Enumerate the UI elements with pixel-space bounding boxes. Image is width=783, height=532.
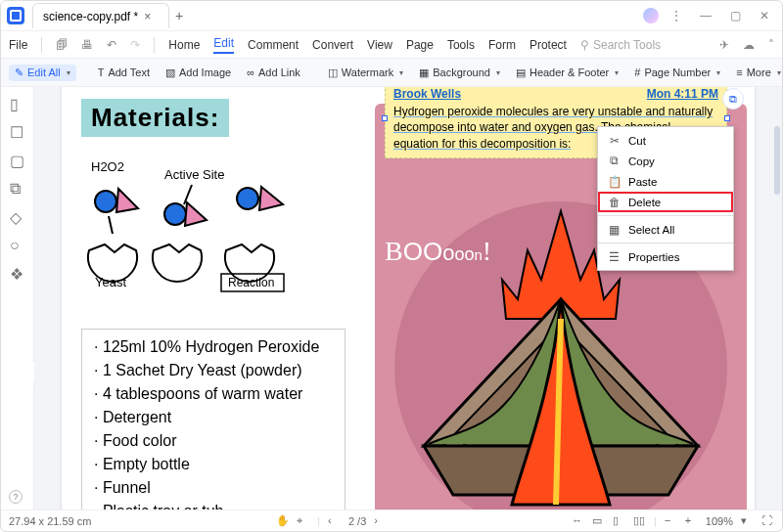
- list-item: 4 tablespoons of warm water: [94, 382, 333, 406]
- page-indicator[interactable]: 2 /3: [348, 515, 366, 527]
- header-footer-button[interactable]: ▤Header & Footer▾: [510, 65, 624, 81]
- svg-marker-5: [185, 202, 207, 226]
- tab-view[interactable]: View: [367, 38, 392, 52]
- page-dimensions: 27.94 x 21.59 cm: [9, 515, 91, 527]
- tab-protect[interactable]: Protect: [530, 38, 567, 52]
- more-label: More: [747, 66, 771, 78]
- bookmark-icon[interactable]: ☐: [10, 123, 24, 138]
- search-side-icon[interactable]: ○: [10, 237, 24, 251]
- image-icon: ▧: [165, 66, 175, 79]
- undo-icon[interactable]: ↶: [107, 38, 116, 52]
- edit-all-button[interactable]: ✎ Edit All ▾: [9, 65, 76, 81]
- zoom-in-icon[interactable]: +: [685, 514, 698, 527]
- annotation-options-icon[interactable]: ⧉: [722, 88, 744, 110]
- list-item: 1 Sachet Dry Yeast (powder): [94, 359, 333, 382]
- ctx-select-all[interactable]: ▦Select All: [598, 219, 733, 240]
- tab-page[interactable]: Page: [406, 38, 434, 52]
- fit-width-icon[interactable]: ↔: [572, 514, 584, 527]
- left-sidebar: ▯ ☐ ▢ ⧉ ◇ ○ ❖: [1, 87, 34, 510]
- list-item: Plastic tray or tub: [94, 500, 333, 510]
- tab-convert[interactable]: Convert: [312, 38, 353, 52]
- fullscreen-icon[interactable]: ⛶: [761, 514, 774, 527]
- svg-point-4: [164, 203, 186, 225]
- ctx-cut[interactable]: ✂Cut: [598, 130, 733, 151]
- ctx-label: Properties: [628, 251, 679, 263]
- tab-tools[interactable]: Tools: [447, 38, 475, 52]
- chevron-down-icon: ▾: [496, 68, 500, 77]
- ctx-paste[interactable]: 📋Paste: [598, 171, 733, 192]
- pencil-icon: ✎: [15, 66, 23, 79]
- current-page: 2: [348, 515, 354, 527]
- chevron-down-icon[interactable]: ▾: [741, 514, 754, 527]
- tab-comment[interactable]: Comment: [248, 38, 299, 52]
- cloud-icon[interactable]: ☁: [743, 38, 755, 52]
- comments-icon[interactable]: ▢: [10, 152, 24, 166]
- page-canvas: Materials: H2O2 Active Site Yeast: [62, 87, 755, 510]
- zoom-level[interactable]: 109%: [706, 515, 733, 527]
- scrollbar-thumb[interactable]: [774, 126, 780, 195]
- share-icon[interactable]: ✈: [719, 38, 729, 52]
- ctx-properties[interactable]: ☰Properties: [598, 246, 733, 267]
- tab-form[interactable]: Form: [488, 38, 516, 52]
- new-tab-button[interactable]: +: [175, 8, 183, 23]
- chevron-down-icon: ▾: [615, 68, 619, 77]
- tab-home[interactable]: Home: [168, 38, 200, 52]
- more-icon: ≡: [736, 66, 742, 78]
- thumbnails-icon[interactable]: ▯: [10, 95, 24, 110]
- prev-page-icon[interactable]: ‹: [328, 514, 341, 527]
- watermark-icon: ◫: [328, 66, 338, 79]
- single-page-icon[interactable]: ▯: [613, 514, 625, 527]
- trash-icon: 🗑: [608, 196, 621, 208]
- hand-tool-icon[interactable]: ✋: [276, 514, 289, 527]
- ctx-delete[interactable]: 🗑Delete: [598, 192, 733, 212]
- maximize-button[interactable]: ▢: [723, 9, 747, 22]
- page-number-icon: #: [634, 66, 640, 78]
- fit-page-icon[interactable]: ▭: [592, 514, 605, 527]
- paste-icon: 📋: [608, 175, 621, 188]
- search-tools[interactable]: ⚲ Search Tools: [580, 38, 661, 52]
- header-footer-label: Header & Footer: [530, 66, 609, 78]
- next-page-icon[interactable]: ›: [374, 514, 387, 527]
- two-page-icon[interactable]: ▯▯: [633, 514, 646, 527]
- kebab-icon[interactable]: ⋮: [665, 9, 688, 22]
- workspace: ▯ ☐ ▢ ⧉ ◇ ○ ❖ ▸ Materials: H2O2 Active S…: [1, 87, 782, 510]
- link-icon: ∞: [247, 66, 254, 78]
- chevron-up-icon[interactable]: ˄: [768, 38, 774, 52]
- ctx-copy[interactable]: ⧉Copy: [598, 151, 733, 171]
- search-placeholder: Search Tools: [593, 38, 661, 52]
- save-icon[interactable]: 🗐: [56, 38, 68, 52]
- add-text-label: Add Text: [108, 66, 150, 78]
- help-icon[interactable]: ?: [9, 490, 23, 504]
- search-icon: ⚲: [580, 38, 589, 52]
- vertical-scrollbar[interactable]: [772, 87, 780, 488]
- menu-file[interactable]: File: [9, 38, 27, 52]
- add-link-button[interactable]: ∞Add Link: [241, 65, 306, 80]
- cloud-fields-icon[interactable]: ◇: [10, 208, 24, 223]
- document-tab[interactable]: science-copy.pdf * ×: [32, 3, 169, 28]
- redo-icon[interactable]: ↷: [130, 38, 140, 52]
- heading-materials: Materials:: [81, 99, 229, 137]
- attachments-icon[interactable]: ⧉: [10, 180, 24, 195]
- list-item: Empty bottle: [94, 453, 333, 476]
- close-window-button[interactable]: ✕: [753, 9, 776, 22]
- close-tab-icon[interactable]: ×: [144, 10, 151, 23]
- boom-text: BOOooon!: [385, 236, 491, 267]
- add-image-button[interactable]: ▧Add Image: [160, 65, 237, 81]
- page-number-button[interactable]: #Page Number▾: [628, 65, 726, 80]
- text-icon: T: [98, 66, 105, 78]
- more-button[interactable]: ≡More▾: [730, 65, 783, 80]
- document-viewport[interactable]: Materials: H2O2 Active Site Yeast: [34, 87, 782, 510]
- context-menu: ✂Cut ⧉Copy 📋Paste 🗑Delete ▦Select All ☰P…: [597, 126, 734, 271]
- tab-edit[interactable]: Edit: [213, 36, 234, 54]
- add-text-button[interactable]: TAdd Text: [92, 65, 156, 80]
- svg-marker-7: [259, 187, 283, 210]
- svg-text:Yeast: Yeast: [95, 275, 126, 289]
- zoom-out-icon[interactable]: −: [665, 514, 677, 527]
- background-button[interactable]: ▦Background▾: [413, 65, 506, 81]
- watermark-button[interactable]: ◫Watermark▾: [322, 65, 409, 81]
- print-icon[interactable]: 🖶: [81, 38, 93, 52]
- select-tool-icon[interactable]: ⌖: [297, 514, 309, 527]
- layers-icon[interactable]: ❖: [10, 265, 24, 280]
- minimize-button[interactable]: —: [694, 9, 717, 22]
- account-icon[interactable]: [643, 8, 659, 23]
